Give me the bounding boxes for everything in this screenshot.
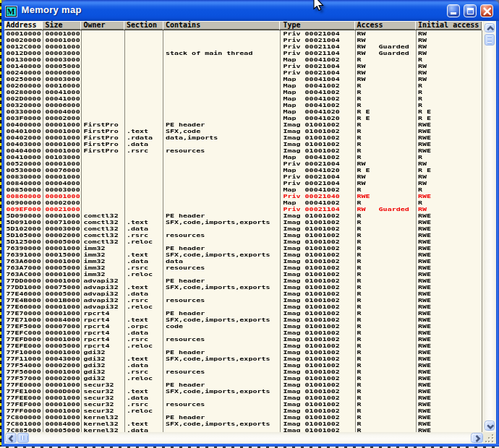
table-row[interactable]: 0053000000076000Map 00041020R ER E [4,167,482,173]
cell-access[interactable]: R [357,245,362,251]
cell-type[interactable]: Imag 01001002 [283,401,340,408]
cell-address[interactable]: 7C885000 [7,427,41,432]
cell-type[interactable]: Priv 00021004 [283,63,340,69]
cell-type[interactable]: Imag 01001002 [283,343,340,349]
cell-size[interactable]: 00006000 [46,69,80,76]
cell-type[interactable]: Imag 01001002 [283,382,340,388]
table-row[interactable]: 003F000000002000Map 00041020R ER E [4,115,482,121]
cell-address[interactable]: 00320000 [7,102,41,108]
cell-size[interactable]: 00005000 [46,290,80,297]
cell-size[interactable]: 00001000 [46,30,80,37]
cell-owner[interactable]: advapi32 [84,290,119,297]
horizontal-scrollbar[interactable] [4,432,484,444]
cell-type[interactable]: Imag 01001002 [283,147,340,154]
cell-access[interactable]: R [357,421,362,427]
cell-access[interactable]: R [357,95,362,102]
cell-access[interactable]: R [357,56,362,63]
cell-initial_access[interactable]: RW [418,180,427,186]
maximize-button[interactable] [464,4,477,18]
table-row[interactable]: 77EFD00000001000rpcrt4.rsrcresourcesImag… [4,336,482,343]
cell-section[interactable]: .data [127,427,148,432]
cell-section[interactable]: .text [127,388,148,395]
cell-size[interactable]: 00084000 [46,421,80,427]
cell-contains[interactable]: SFX,code,imports,exports [166,356,270,362]
cell-access[interactable]: R [357,356,362,362]
cell-access[interactable]: R [357,199,362,206]
cell-initial_access[interactable]: RWE [418,147,431,154]
cell-initial_access[interactable]: RWE [418,297,431,303]
cell-type[interactable]: Map 00041004 [283,76,340,82]
table-row[interactable]: 5D09100000071000comctl32.textSFX,code,im… [4,219,482,225]
cell-initial_access[interactable]: RWE [418,264,431,271]
table-row[interactable]: 5D10200000003000comctl32.dataImag 010010… [4,225,482,232]
cell-size[interactable]: 00001000 [46,193,80,199]
cell-type[interactable]: Imag 01001002 [283,264,340,271]
cell-size[interactable]: 00001000 [46,408,80,414]
cell-address[interactable]: 5D125000 [7,238,41,245]
cell-initial_access[interactable]: RWE [418,193,431,199]
cell-section[interactable]: .rsrc [127,264,148,271]
cell-section[interactable]: .text [127,316,148,323]
cell-access[interactable]: R [357,349,362,356]
cell-size[interactable]: 00001000 [46,271,80,277]
cell-address[interactable]: 00250000 [7,76,41,82]
cell-initial_access[interactable]: RWE [418,329,431,336]
horizontal-scroll-thumb[interactable] [17,433,29,443]
cell-access[interactable]: R [357,89,362,95]
cell-type[interactable]: Imag 01001002 [283,427,340,432]
cell-contains[interactable]: SFX,code,imports,exports [166,251,270,258]
cell-owner[interactable]: secur32 [84,401,114,408]
column-header-access[interactable]: Access [354,21,416,30]
column-header-initial_access[interactable]: Initial access [415,21,482,30]
cell-contains[interactable]: PE header [166,212,205,219]
cell-access[interactable]: RW [357,37,366,43]
cell-address[interactable]: 763A7000 [7,264,41,271]
table-row[interactable]: 77FEF00000001000secur32.rsrcresourcesIma… [4,401,482,408]
cell-type[interactable]: Imag 01001002 [283,375,340,382]
cell-size[interactable]: 00005000 [46,63,80,69]
cell-owner[interactable]: gdi32 [84,362,106,369]
cell-contains[interactable]: resources [166,369,205,375]
cell-address[interactable]: 00840000 [7,180,41,186]
cell-size[interactable]: 00001000 [46,310,80,316]
cell-initial_access[interactable]: RWE [418,356,431,362]
cell-owner[interactable]: imm32 [84,264,106,271]
cell-section[interactable]: .rsrc [127,297,148,303]
scroll-up-button[interactable] [485,23,495,33]
cell-type[interactable]: Imag 01001002 [283,290,340,297]
resize-grip[interactable] [483,432,496,444]
table-row[interactable]: 0040100000001000FirstPro.textSFX,codeIma… [4,128,482,134]
cell-type[interactable]: Imag 01001002 [283,271,340,277]
cell-access[interactable]: R [357,277,362,284]
cell-size[interactable]: 00002000 [46,362,80,369]
cell-type[interactable]: Imag 01001002 [283,369,340,375]
table-row[interactable]: 77F5400000002000gdi32.dataImag 01001002R… [4,362,482,369]
cell-initial_access[interactable]: RWE [418,323,431,329]
cell-initial_access[interactable]: R [418,89,422,95]
cell-size[interactable]: 00001000 [46,37,80,43]
vertical-scrollbar[interactable] [483,21,496,432]
cell-address[interactable]: 77EFE000 [7,343,41,349]
cell-contains[interactable]: PE header [166,414,205,421]
cell-owner[interactable]: secur32 [84,408,114,414]
cell-type[interactable]: Imag 01001002 [283,349,340,356]
cell-access[interactable]: R [357,369,362,375]
cell-address[interactable]: 5D102000 [7,225,41,232]
column-header-contains[interactable]: Contains [163,21,281,30]
cell-access[interactable]: R [357,186,362,193]
cell-owner[interactable]: rpcrt4 [84,343,110,349]
cell-size[interactable]: 00016000 [46,82,80,89]
cell-address[interactable]: 763AC000 [7,271,41,277]
cell-type[interactable]: Imag 01001002 [283,356,340,362]
cell-contains[interactable]: data [166,258,183,264]
cell-type[interactable]: Imag 01001002 [283,245,340,251]
table-row[interactable]: 0083000000001000Priv 00021004RWRW [4,173,482,180]
cell-access[interactable]: R [357,258,362,264]
cell-owner[interactable]: kernel32 [84,427,119,432]
table-row[interactable]: 77EFC00000001000rpcrt4.dataImag 01001002… [4,329,482,336]
table-row[interactable]: 0040400000001000FirstPro.rsrcresourcesIm… [4,147,482,154]
cell-access[interactable]: R [357,82,362,89]
cell-size[interactable]: 00002000 [46,375,80,382]
cell-size[interactable]: 00004000 [46,180,80,186]
cell-access[interactable]: RW Guarded [357,43,409,50]
